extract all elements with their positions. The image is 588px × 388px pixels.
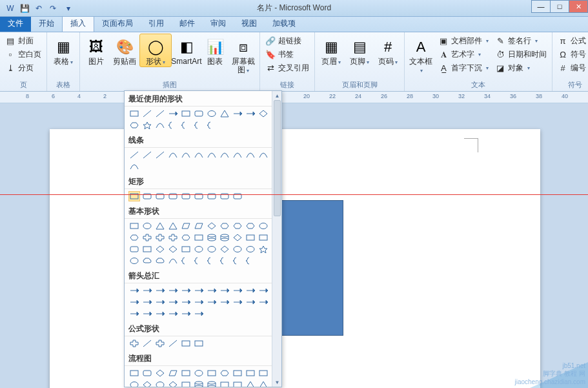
shape-item[interactable]: [206, 297, 218, 307]
shape-item[interactable]: [219, 232, 230, 243]
shape-item[interactable]: [232, 297, 243, 307]
shape-item[interactable]: [245, 380, 256, 387]
clipart-button[interactable]: 🎨剪贴画: [111, 34, 138, 66]
shape-item[interactable]: [219, 221, 230, 231]
shape-item[interactable]: [258, 232, 269, 243]
shape-item[interactable]: [193, 244, 205, 254]
scroll-down-icon[interactable]: ▼: [272, 378, 282, 387]
shape-item[interactable]: [219, 191, 230, 201]
shape-item[interactable]: [219, 297, 230, 307]
tab-layout[interactable]: 页面布局: [94, 15, 141, 32]
shape-item[interactable]: [193, 297, 205, 307]
shape-item[interactable]: [128, 297, 140, 307]
shape-item[interactable]: [180, 191, 192, 201]
tab-references[interactable]: 引用: [141, 15, 172, 32]
shape-item[interactable]: [245, 244, 256, 254]
shape-item[interactable]: [141, 309, 153, 319]
shape-item[interactable]: [141, 244, 153, 254]
shape-item[interactable]: [167, 285, 179, 296]
shape-item[interactable]: [206, 221, 218, 231]
sigline-button[interactable]: ✎签名行▾: [492, 35, 549, 47]
shape-item[interactable]: [258, 368, 269, 378]
shape-item[interactable]: [128, 120, 140, 130]
shape-item[interactable]: [219, 108, 230, 119]
shape-item[interactable]: [193, 256, 205, 266]
tab-view[interactable]: 视图: [234, 15, 265, 32]
shape-item[interactable]: [180, 380, 192, 387]
shape-item[interactable]: [167, 150, 179, 160]
shape-item[interactable]: [219, 380, 230, 387]
shape-item[interactable]: [141, 380, 153, 387]
shape-item[interactable]: [141, 297, 153, 307]
tab-addins[interactable]: 加载项: [265, 15, 303, 32]
shape-item[interactable]: [154, 150, 166, 160]
shape-item[interactable]: [245, 150, 256, 160]
quickparts-button[interactable]: ▣文档部件▾: [436, 35, 491, 47]
shape-item[interactable]: [232, 285, 243, 296]
shape-item[interactable]: [232, 380, 243, 387]
shape-item[interactable]: [167, 191, 179, 201]
shape-item[interactable]: [258, 221, 269, 231]
page-break-button[interactable]: ⤓分页: [3, 62, 44, 74]
shape-item[interactable]: [154, 244, 166, 254]
equation-button[interactable]: π公式▾: [555, 35, 588, 47]
shape-item[interactable]: [206, 150, 218, 160]
shape-item[interactable]: [154, 256, 166, 266]
maximize-button[interactable]: □: [550, 0, 569, 13]
shape-item[interactable]: [193, 338, 205, 349]
shape-item[interactable]: [258, 244, 269, 254]
undo-icon[interactable]: ↶: [34, 3, 44, 14]
shape-item[interactable]: [193, 221, 205, 231]
save-icon[interactable]: 💾: [19, 3, 30, 14]
shape-item[interactable]: [141, 108, 153, 119]
shape-item[interactable]: [245, 368, 256, 378]
shape-item[interactable]: [232, 244, 243, 254]
shape-item[interactable]: [141, 338, 153, 349]
shape-item[interactable]: [180, 108, 192, 119]
shape-item[interactable]: [154, 221, 166, 231]
bookmark-button[interactable]: 🔖书签: [263, 48, 312, 61]
shape-item[interactable]: [245, 256, 256, 266]
shape-item[interactable]: [128, 368, 140, 378]
shape-item[interactable]: [193, 191, 205, 201]
shape-item[interactable]: [128, 150, 140, 160]
shape-item[interactable]: [180, 221, 192, 231]
shape-item[interactable]: [154, 338, 166, 349]
shape-item[interactable]: [154, 297, 166, 307]
object-button[interactable]: ◪对象▾: [492, 62, 549, 74]
shape-item[interactable]: [245, 108, 256, 119]
shape-item[interactable]: [258, 297, 269, 307]
shape-item[interactable]: [193, 368, 205, 378]
shape-item[interactable]: [128, 161, 140, 172]
redo-icon[interactable]: ↷: [48, 3, 58, 14]
shape-item[interactable]: [128, 244, 140, 254]
shape-item[interactable]: [141, 150, 153, 160]
shape-item[interactable]: [219, 256, 230, 266]
shape-item[interactable]: [232, 191, 243, 201]
shape-item[interactable]: [167, 232, 179, 243]
minimize-button[interactable]: —: [531, 0, 551, 13]
shape-item[interactable]: [232, 232, 243, 243]
shapes-button[interactable]: ◯形状▾: [139, 34, 172, 67]
chart-button[interactable]: 📊图表: [201, 34, 228, 66]
shape-item[interactable]: [167, 221, 179, 231]
shape-item[interactable]: [128, 380, 140, 387]
shape-item[interactable]: [167, 380, 179, 387]
table-button[interactable]: ▦表格▾: [50, 34, 77, 67]
blank-page-button[interactable]: ▫空白页: [3, 48, 44, 61]
shape-item[interactable]: [141, 256, 153, 266]
shape-item[interactable]: [245, 232, 256, 243]
shape-item[interactable]: [167, 244, 179, 254]
shape-item[interactable]: [167, 338, 179, 349]
shape-item[interactable]: [245, 285, 256, 296]
number-button[interactable]: #编号: [555, 62, 588, 74]
pageno-button[interactable]: #页码▾: [374, 34, 401, 67]
tab-home[interactable]: 开始: [31, 15, 62, 32]
shape-item[interactable]: [258, 150, 269, 160]
shape-item[interactable]: [219, 368, 230, 378]
shape-item[interactable]: [167, 309, 179, 319]
shape-item[interactable]: [167, 256, 179, 266]
tab-mail[interactable]: 邮件: [172, 15, 203, 32]
dropcap-button[interactable]: A̲首字下沉▾: [436, 62, 491, 74]
shape-item[interactable]: [206, 108, 218, 119]
